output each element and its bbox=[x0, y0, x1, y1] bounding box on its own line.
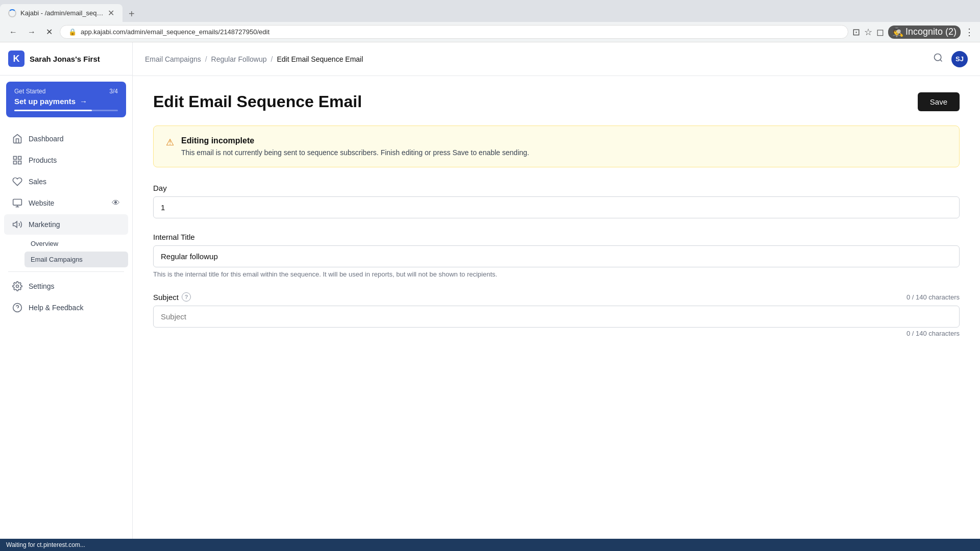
sales-label: Sales bbox=[29, 178, 46, 186]
browser-actions: ⊡ ☆ ◻ 🕵 Incognito (2) ⋮ bbox=[852, 26, 974, 39]
top-bar-actions: SJ bbox=[931, 51, 968, 67]
main-content: Email Campaigns / Regular Followup / Edi… bbox=[133, 42, 980, 539]
svg-line-12 bbox=[940, 60, 942, 62]
alert-content: Editing incomplete This email is not cur… bbox=[181, 136, 529, 157]
browser-chrome: Kajabi - /admin/email_sequence... ✕ + ← … bbox=[0, 0, 980, 42]
save-button[interactable]: Save bbox=[918, 92, 960, 111]
products-icon bbox=[12, 155, 22, 165]
products-label: Products bbox=[29, 156, 57, 164]
brand-name: Sarah Jonas's First bbox=[30, 55, 100, 63]
subject-input[interactable] bbox=[153, 306, 960, 328]
svg-rect-0 bbox=[14, 157, 17, 160]
dashboard-label: Dashboard bbox=[29, 135, 64, 143]
svg-marker-7 bbox=[13, 221, 17, 228]
extension-icon[interactable]: ◻ bbox=[876, 27, 884, 38]
sidebar-item-sales[interactable]: Sales bbox=[4, 171, 128, 192]
alert-title: Editing incomplete bbox=[181, 136, 529, 145]
active-tab[interactable]: Kajabi - /admin/email_sequence... ✕ bbox=[0, 4, 122, 22]
breadcrumb: Email Campaigns / Regular Followup / Edi… bbox=[145, 55, 363, 63]
alert-warning-icon: ⚠ bbox=[166, 137, 174, 148]
page-header: Edit Email Sequence Email Save bbox=[153, 92, 960, 111]
svg-point-8 bbox=[16, 285, 19, 288]
user-avatar[interactable]: SJ bbox=[951, 51, 968, 67]
internal-title-label: Internal Title bbox=[153, 233, 960, 241]
lock-icon: 🔒 bbox=[68, 28, 77, 36]
sidebar-item-products[interactable]: Products bbox=[4, 150, 128, 170]
subject-group: Subject ? 0 / 140 characters 0 / 140 cha… bbox=[153, 292, 960, 337]
url-text: app.kajabi.com/admin/email_sequence_emai… bbox=[81, 28, 840, 36]
marketing-icon bbox=[12, 219, 22, 230]
sidebar-item-website[interactable]: Website 👁 bbox=[4, 193, 128, 213]
top-bar: Email Campaigns / Regular Followup / Edi… bbox=[133, 42, 980, 76]
address-bar[interactable]: 🔒 app.kajabi.com/admin/email_sequence_em… bbox=[60, 25, 848, 39]
home-icon bbox=[12, 134, 22, 144]
progress-title: Set up payments → bbox=[14, 97, 118, 106]
tab-close-button[interactable]: ✕ bbox=[108, 8, 114, 18]
subject-label: Subject bbox=[153, 293, 179, 302]
new-tab-button[interactable]: + bbox=[122, 6, 141, 22]
day-label: Day bbox=[153, 184, 960, 192]
get-started-card[interactable]: Get Started 3/4 Set up payments → bbox=[6, 82, 126, 117]
progress-header: Get Started 3/4 bbox=[14, 88, 118, 95]
internal-title-group: Internal Title This is the internal titl… bbox=[153, 233, 960, 278]
status-bar: Waiting for ct.pinterest.com... bbox=[0, 539, 980, 551]
avatar-initials: SJ bbox=[955, 55, 964, 63]
progress-bar bbox=[14, 110, 118, 111]
help-icon bbox=[12, 303, 22, 313]
subject-row-header: Subject ? 0 / 140 characters bbox=[153, 292, 960, 302]
incognito-count: Incognito (2) bbox=[905, 27, 957, 37]
sidebar-divider bbox=[8, 271, 124, 272]
help-label: Help & Feedback bbox=[29, 304, 83, 312]
subject-help-icon[interactable]: ? bbox=[182, 292, 191, 302]
sidebar-item-settings[interactable]: Settings bbox=[4, 276, 128, 296]
svg-rect-2 bbox=[14, 161, 17, 164]
breadcrumb-current: Edit Email Sequence Email bbox=[277, 55, 363, 63]
settings-icon bbox=[12, 281, 22, 291]
svg-point-11 bbox=[935, 54, 941, 61]
email-campaigns-label: Email Campaigns bbox=[31, 256, 83, 263]
subnav-email-campaigns[interactable]: Email Campaigns bbox=[24, 252, 128, 267]
breadcrumb-email-campaigns[interactable]: Email Campaigns bbox=[145, 55, 201, 63]
website-eye-icon[interactable]: 👁 bbox=[112, 198, 120, 208]
sidebar-item-help[interactable]: Help & Feedback bbox=[4, 297, 128, 318]
progress-bar-fill bbox=[14, 110, 92, 111]
reload-button[interactable]: ✕ bbox=[43, 25, 56, 39]
sidebar-item-marketing[interactable]: Marketing bbox=[4, 214, 128, 235]
progress-counter: 3/4 bbox=[109, 88, 118, 95]
svg-rect-1 bbox=[18, 157, 21, 160]
website-icon bbox=[12, 198, 22, 208]
incognito-badge[interactable]: 🕵 Incognito (2) bbox=[888, 26, 961, 39]
subject-char-count-bottom: 0 / 140 characters bbox=[906, 330, 960, 337]
editing-incomplete-alert: ⚠ Editing incomplete This email is not c… bbox=[153, 126, 960, 167]
sidebar-header: K Sarah Jonas's First bbox=[0, 42, 132, 76]
bookmark-icon[interactable]: ☆ bbox=[864, 27, 872, 38]
subject-label-row: Subject ? bbox=[153, 292, 191, 302]
sidebar: K Sarah Jonas's First Get Started 3/4 Se… bbox=[0, 42, 133, 539]
search-button[interactable] bbox=[931, 51, 945, 67]
breadcrumb-sep-1: / bbox=[205, 55, 207, 63]
svg-rect-4 bbox=[13, 199, 22, 206]
back-button[interactable]: ← bbox=[6, 26, 20, 39]
marketing-subnav: Overview Email Campaigns bbox=[0, 236, 132, 267]
browser-menu-button[interactable]: ⋮ bbox=[965, 27, 974, 38]
progress-arrow: → bbox=[80, 97, 87, 106]
internal-title-hint: This is the internal title for this emai… bbox=[153, 270, 960, 278]
content-area: Edit Email Sequence Email Save ⚠ Editing… bbox=[133, 76, 980, 539]
breadcrumb-sep-2: / bbox=[271, 55, 273, 63]
tab-title: Kajabi - /admin/email_sequence... bbox=[20, 9, 104, 17]
overview-label: Overview bbox=[31, 240, 58, 247]
day-input[interactable] bbox=[153, 196, 960, 218]
subnav-overview[interactable]: Overview bbox=[24, 236, 128, 252]
sidebar-item-dashboard[interactable]: Dashboard bbox=[4, 129, 128, 149]
day-field-group: Day bbox=[153, 184, 960, 218]
app-layout: K Sarah Jonas's First Get Started 3/4 Se… bbox=[0, 42, 980, 539]
breadcrumb-regular-followup[interactable]: Regular Followup bbox=[211, 55, 267, 63]
forward-button[interactable]: → bbox=[24, 26, 39, 39]
browser-tabs: Kajabi - /admin/email_sequence... ✕ + bbox=[0, 0, 980, 22]
internal-title-input[interactable] bbox=[153, 245, 960, 267]
cast-icon[interactable]: ⊡ bbox=[852, 27, 860, 38]
settings-label: Settings bbox=[29, 282, 55, 290]
marketing-label: Marketing bbox=[29, 220, 60, 229]
incognito-icon: 🕵 bbox=[892, 27, 903, 38]
loading-spinner bbox=[8, 9, 16, 17]
